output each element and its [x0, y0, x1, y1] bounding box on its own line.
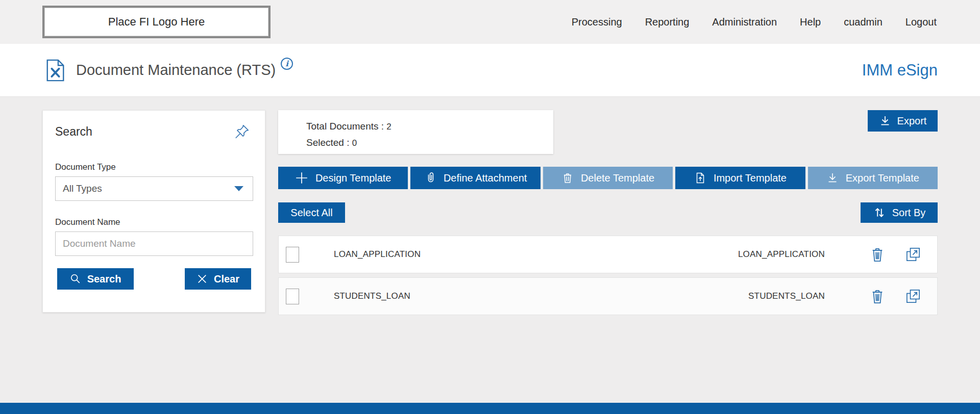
- select-all-button[interactable]: Select All: [278, 202, 345, 223]
- open-export-icon[interactable]: [904, 246, 922, 263]
- main-content: Search Document Type All Types Document …: [0, 97, 980, 403]
- search-button[interactable]: Search: [57, 268, 134, 290]
- select-all-label: Select All: [290, 207, 332, 219]
- fi-logo-placeholder: Place FI Logo Here: [42, 6, 271, 38]
- nav-item-reporting[interactable]: Reporting: [645, 16, 690, 28]
- template-toolbar: Design Template Define Attachment D: [278, 167, 938, 189]
- total-documents-value: 2: [386, 122, 391, 132]
- brand-imm-esign: IMM eSign: [862, 61, 938, 80]
- plus-icon: [295, 171, 308, 185]
- open-export-icon[interactable]: [904, 288, 922, 305]
- footer-bar: [0, 403, 980, 414]
- define-attachment-label: Define Attachment: [444, 172, 527, 184]
- document-name-input[interactable]: [55, 231, 253, 256]
- document-template-name: LOAN_APPLICATION: [738, 249, 825, 260]
- top-bar: Place FI Logo Here Processing Reporting …: [0, 0, 980, 44]
- design-template-button[interactable]: Design Template: [278, 167, 408, 189]
- row-checkbox[interactable]: [286, 247, 299, 263]
- import-template-button[interactable]: Import Template: [675, 167, 805, 189]
- main-nav: Processing Reporting Administration Help…: [572, 16, 937, 28]
- close-icon: [197, 273, 208, 284]
- document-type-value: All Types: [63, 183, 102, 194]
- clear-button-label: Clear: [214, 273, 239, 285]
- info-icon[interactable]: i: [281, 58, 293, 70]
- nav-item-user-cuadmin[interactable]: cuadmin: [844, 16, 883, 28]
- summary-box: Total Documents : 2 Selected : 0: [278, 110, 553, 154]
- nav-item-help[interactable]: Help: [800, 16, 821, 28]
- page-header: Document Maintenance (RTS) i IMM eSign: [0, 44, 980, 97]
- nav-item-logout[interactable]: Logout: [905, 16, 937, 28]
- design-template-label: Design Template: [315, 172, 391, 184]
- download-icon: [826, 172, 839, 184]
- delete-row-icon[interactable]: [870, 246, 885, 263]
- clear-button[interactable]: Clear: [185, 268, 251, 290]
- row-checkbox[interactable]: [286, 289, 299, 304]
- export-template-label: Export Template: [846, 172, 919, 184]
- pin-icon[interactable]: [233, 123, 251, 140]
- sort-by-button[interactable]: Sort By: [861, 202, 938, 223]
- import-template-label: Import Template: [714, 172, 787, 184]
- export-template-button[interactable]: Export Template: [808, 167, 938, 189]
- export-button[interactable]: Export: [868, 110, 938, 132]
- nav-item-administration[interactable]: Administration: [712, 16, 777, 28]
- delete-row-icon[interactable]: [870, 288, 885, 305]
- import-file-icon: [694, 172, 706, 184]
- sort-arrows-icon: [873, 206, 886, 219]
- page-title: Document Maintenance (RTS): [76, 62, 276, 79]
- trash-icon: [561, 172, 574, 184]
- delete-template-label: Delete Template: [581, 172, 654, 184]
- search-panel-title: Search: [55, 125, 253, 139]
- chevron-down-icon: [234, 186, 243, 191]
- document-name: LOAN_APPLICATION: [334, 249, 421, 260]
- selected-label: Selected :: [306, 137, 350, 148]
- nav-item-processing[interactable]: Processing: [572, 16, 622, 28]
- document-list: LOAN_APPLICATION LOAN_APPLICATION: [278, 236, 938, 315]
- total-documents-label: Total Documents :: [306, 121, 384, 132]
- document-row-students-loan: STUDENTS_LOAN STUDENTS_LOAN: [278, 277, 938, 315]
- define-attachment-button[interactable]: Define Attachment: [410, 167, 540, 189]
- fi-logo-text: Place FI Logo Here: [108, 15, 205, 29]
- document-type-label: Document Type: [55, 162, 253, 172]
- delete-template-button[interactable]: Delete Template: [543, 167, 673, 189]
- search-button-label: Search: [87, 273, 121, 285]
- document-name-label: Document Name: [55, 217, 253, 227]
- document-type-select[interactable]: All Types: [55, 176, 253, 201]
- export-button-label: Export: [897, 115, 927, 127]
- selected-value: 0: [352, 138, 357, 148]
- download-icon: [879, 115, 891, 127]
- document-row-loan-application: LOAN_APPLICATION LOAN_APPLICATION: [278, 236, 938, 273]
- document-name: STUDENTS_LOAN: [334, 291, 410, 301]
- document-tools-icon: [46, 59, 65, 82]
- paperclip-icon: [424, 172, 436, 184]
- search-panel: Search Document Type All Types Document …: [42, 110, 265, 313]
- search-icon: [70, 273, 81, 284]
- document-template-name: STUDENTS_LOAN: [748, 291, 825, 301]
- sort-by-label: Sort By: [892, 207, 926, 219]
